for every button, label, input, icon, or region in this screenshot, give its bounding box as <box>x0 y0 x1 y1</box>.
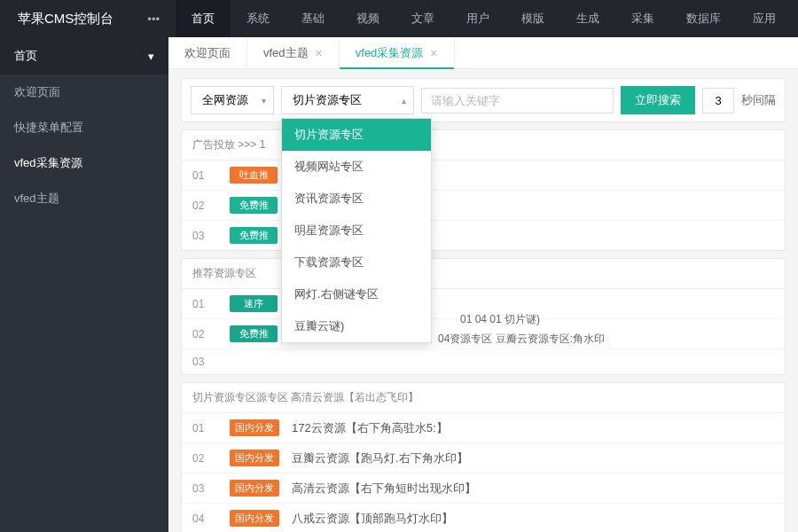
sidebar: 首页 ▾ 欢迎页面快捷菜单配置vfed采集资源vfed主题 <box>0 37 168 532</box>
top-nav: 首页系统基础视频文章用户模版生成采集数据库应用 <box>176 0 792 37</box>
dropdown-item[interactable]: 网灯.右侧谜专区 <box>282 278 431 310</box>
top-nav-item[interactable]: 模版 <box>505 0 560 37</box>
tab-label: vfed主题 <box>263 45 309 61</box>
top-nav-item[interactable]: 数据库 <box>670 0 737 37</box>
content-area: 全网资源 ▾ 切片资源专区 ▴ 立即搜索 3 秒间隔 切片资源专区视频网站专区资… <box>168 69 798 532</box>
chevron-down-icon: ▾ <box>262 96 266 106</box>
row-desc: 高清云资源【右下角短时出现水印】 <box>292 481 774 497</box>
floating-text: 04资源专区 豆瓣云资源专区:角水印 <box>434 330 608 348</box>
tab-label: 欢迎页面 <box>184 45 231 61</box>
top-nav-item[interactable]: 采集 <box>615 0 670 37</box>
tab[interactable]: vfed采集资源× <box>340 37 455 68</box>
row-num: 01 <box>192 298 217 310</box>
category-select-value: 切片资源专区 <box>293 93 362 106</box>
tab-label: vfed采集资源 <box>356 45 424 61</box>
category-select[interactable]: 切片资源专区 ▴ <box>281 86 414 114</box>
close-icon[interactable]: × <box>316 46 323 60</box>
interval-input[interactable]: 3 <box>702 88 734 113</box>
table-row[interactable]: 03国内分发高清云资源【右下角短时出现水印】 <box>182 473 785 504</box>
dropdown-item[interactable]: 明星资源专区 <box>282 215 431 246</box>
table-row[interactable]: 02国内分发豆瓣云资源【跑马灯.右下角水印】 <box>182 443 785 473</box>
row-desc: 172云资源【右下角高驻水5:】 <box>292 420 774 436</box>
row-num: 01 <box>192 422 217 434</box>
status-badge: 国内分发 <box>230 419 279 436</box>
topbar: 苹果CMS控制台 ••• 首页系统基础视频文章用户模版生成采集数据库应用 <box>0 0 798 37</box>
table-row[interactable]: 02免费推寺https】 <box>182 191 785 221</box>
row-num: 02 <box>192 328 217 340</box>
sidebar-item[interactable]: 快捷菜单配置 <box>0 110 168 145</box>
dropdown-item[interactable]: 资讯资源专区 <box>282 183 431 215</box>
row-num: 01 <box>192 169 217 182</box>
sidebar-header-label: 首页 <box>14 48 37 64</box>
dropdown-item[interactable]: 下载资源专区 <box>282 246 431 278</box>
top-nav-item[interactable]: 系统 <box>231 0 286 37</box>
row-num: 03 <box>192 482 217 495</box>
top-nav-item[interactable]: 视频 <box>340 0 395 37</box>
row-num: 02 <box>192 200 217 212</box>
interval-label: 秒间隔 <box>741 92 776 108</box>
sidebar-item[interactable]: vfed采集资源 <box>0 145 168 181</box>
tab[interactable]: vfed主题× <box>247 37 340 68</box>
rec-section-head: 推荐资源专区 <box>182 259 785 289</box>
row-desc: 八戒云资源【顶部跑马灯水印】 <box>292 511 774 527</box>
table-row[interactable]: 01吐血推://vfed.cc】 <box>182 160 785 191</box>
dropdown-item[interactable]: 视频网站专区 <box>282 151 431 183</box>
table-row[interactable]: 03免费推寺https】 <box>182 221 785 250</box>
tab[interactable]: 欢迎页面 <box>168 37 247 68</box>
tabs: 欢迎页面vfed主题×vfed采集资源× <box>168 37 798 69</box>
top-nav-item[interactable]: 首页 <box>176 0 231 37</box>
top-nav-item[interactable]: 用户 <box>450 0 505 37</box>
status-badge: 国内分发 <box>230 450 279 466</box>
sidebar-header[interactable]: 首页 ▾ <box>0 37 168 74</box>
close-icon[interactable]: × <box>430 46 437 60</box>
chevron-down-icon: ▾ <box>148 50 154 63</box>
brand-title: 苹果CMS控制台 <box>0 11 131 27</box>
top-nav-item[interactable]: 生成 <box>560 0 615 37</box>
status-badge: 国内分发 <box>230 510 279 527</box>
status-badge: 速序 <box>230 295 278 312</box>
filter-bar: 全网资源 ▾ 切片资源专区 ▴ 立即搜索 3 秒间隔 切片资源专区视频网站专区资… <box>181 78 786 122</box>
slice-section: 切片资源专区源专区 高清云资源【若出态飞印】 01国内分发172云资源【右下角高… <box>181 382 786 532</box>
table-row[interactable]: 04国内分发八戒云资源【顶部跑马灯水印】 <box>182 504 785 532</box>
floating-text: 01 04 01 切片谜) <box>457 310 544 329</box>
status-badge: 免费推 <box>230 325 278 342</box>
dropdown-item[interactable]: 豆瓣云谜) <box>282 310 431 342</box>
ad-section: 广告投放 >>> 1 01吐血推://vfed.cc】02免费推寺https】0… <box>181 129 786 251</box>
scope-select-value: 全网资源 <box>202 93 248 106</box>
status-badge: 免费推 <box>230 227 278 244</box>
row-desc: 豆瓣云资源【跑马灯.右下角水印】 <box>292 450 774 466</box>
row-num: 04 <box>192 512 217 525</box>
category-dropdown: 切片资源专区视频网站专区资讯资源专区明星资源专区下载资源专区网灯.右侧谜专区豆瓣… <box>281 118 432 343</box>
search-button[interactable]: 立即搜索 <box>621 86 695 114</box>
sidebar-item[interactable]: 欢迎页面 <box>0 74 168 110</box>
row-num: 03 <box>192 230 217 242</box>
top-nav-item[interactable]: 应用 <box>737 0 792 37</box>
top-nav-item[interactable]: 基础 <box>286 0 340 37</box>
table-row[interactable]: 01国内分发172云资源【右下角高驻水5:】 <box>182 413 785 443</box>
chevron-up-icon: ▴ <box>402 96 406 106</box>
table-row[interactable]: 03 <box>182 349 785 374</box>
status-badge: 免费推 <box>230 197 278 214</box>
row-num: 03 <box>192 356 217 368</box>
status-badge: 国内分发 <box>230 480 279 497</box>
sidebar-item[interactable]: vfed主题 <box>0 181 168 216</box>
status-badge: 吐血推 <box>230 167 278 184</box>
top-nav-item[interactable]: 文章 <box>395 0 450 37</box>
search-input[interactable] <box>421 88 614 113</box>
ad-section-head: 广告投放 >>> 1 <box>182 130 785 160</box>
dropdown-item[interactable]: 切片资源专区 <box>282 119 431 151</box>
scope-select[interactable]: 全网资源 ▾ <box>191 86 274 114</box>
slice-section-head: 切片资源专区源专区 高清云资源【若出态飞印】 <box>182 383 785 413</box>
top-ellipsis-icon[interactable]: ••• <box>131 12 176 26</box>
row-num: 02 <box>192 452 217 465</box>
